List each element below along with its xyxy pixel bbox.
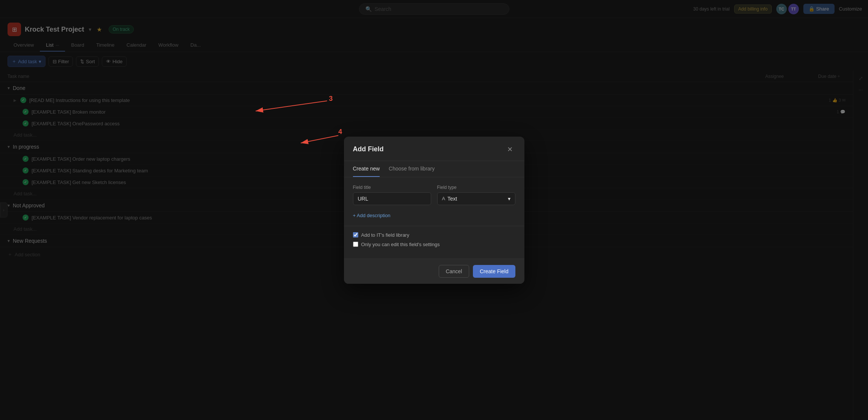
- modal-footer: Cancel Create Field: [344, 259, 524, 284]
- field-type-select[interactable]: A Text ▾: [437, 192, 515, 205]
- form-row-fields: Field title Field type A Text ▾: [353, 185, 515, 205]
- checkbox-row-edit: Only you can edit this field's settings: [353, 242, 515, 247]
- modal-header: Add Field ✕: [344, 137, 524, 161]
- add-field-modal: Add Field ✕ Create new Choose from libra…: [344, 137, 524, 284]
- chevron-down-icon: ▾: [508, 196, 510, 202]
- modal-backdrop: Add Field ✕ Create new Choose from libra…: [0, 0, 868, 420]
- tab-create-new[interactable]: Create new: [353, 161, 380, 177]
- text-field-icon: A: [442, 196, 445, 201]
- field-type-label: Field type: [437, 185, 515, 190]
- add-description-button[interactable]: + Add description: [353, 211, 391, 220]
- modal-body: Field title Field type A Text ▾: [344, 177, 524, 259]
- add-to-library-label: Add to IT's field library: [361, 232, 409, 238]
- only-you-edit-checkbox[interactable]: [353, 242, 358, 247]
- create-field-button[interactable]: Create Field: [473, 265, 515, 278]
- field-title-label: Field title: [353, 185, 431, 190]
- tab-choose-from-library[interactable]: Choose from library: [389, 161, 435, 177]
- checkbox-row-library: Add to IT's field library: [353, 232, 515, 238]
- modal-divider: [344, 226, 524, 226]
- modal-close-button[interactable]: ✕: [505, 144, 515, 155]
- modal-tabs: Create new Choose from library: [344, 161, 524, 177]
- page-wrapper: 🔍 Search 30 days left in trial Add billi…: [0, 0, 868, 420]
- modal-title: Add Field: [353, 145, 384, 153]
- field-title-group: Field title: [353, 185, 431, 205]
- add-to-library-checkbox[interactable]: [353, 232, 358, 237]
- only-you-edit-label: Only you can edit this field's settings: [361, 242, 440, 247]
- field-type-value: A Text: [442, 196, 457, 202]
- cancel-button[interactable]: Cancel: [439, 265, 470, 278]
- field-title-input[interactable]: [353, 192, 431, 205]
- field-type-group: Field type A Text ▾: [437, 185, 515, 205]
